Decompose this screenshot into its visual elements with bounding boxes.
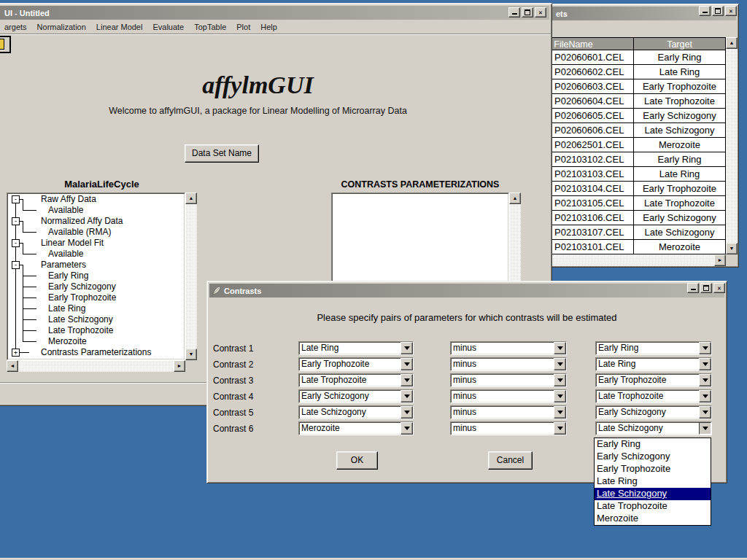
menu-help[interactable]: Help (255, 21, 282, 33)
menu-normalization[interactable]: Normalization (32, 21, 91, 33)
tree-item[interactable]: Contrasts Parameterizations (41, 347, 151, 357)
dropdown-arrow-icon (699, 358, 711, 370)
minimize-icon[interactable] (687, 283, 699, 293)
dropdown-option[interactable]: Late Ring (595, 475, 711, 488)
tree-item[interactable]: Late Schizogony (48, 314, 113, 324)
close-icon[interactable]: ✕ (725, 6, 737, 16)
tree-panel-title: MalariaLifeCycle (7, 179, 197, 190)
table-cell: Late Ring (634, 167, 726, 182)
contrast1-left-combobox[interactable]: Late Ring (298, 341, 414, 355)
tree-item[interactable]: Available (48, 205, 83, 215)
scroll-right-icon[interactable]: ► (174, 360, 185, 372)
tree-item[interactable]: Available (48, 249, 83, 259)
contrast5-left-combobox[interactable]: Late Schizogony (298, 405, 414, 419)
tree-item[interactable]: Available (RMA) (48, 227, 111, 237)
dialog-titlebar[interactable]: Contrasts (209, 284, 724, 298)
tree-item[interactable]: Late Ring (48, 303, 85, 314)
tree-item[interactable]: Early Schizogony (48, 281, 116, 292)
scroll-down-icon[interactable]: ▼ (726, 243, 738, 254)
dropdown-option[interactable]: Early Schizogony (595, 451, 711, 463)
welcome-text: Welcome to affylmGUI, a package for Line… (0, 106, 551, 116)
contrast-row-label: Contrast 5 (213, 408, 253, 418)
dropdown-option[interactable]: Early Trophozoite (595, 463, 711, 475)
tree-item[interactable]: Late Trophozoite (48, 325, 113, 335)
contrast3-op-combobox[interactable]: minus (450, 373, 567, 387)
dropdown-option[interactable]: Late Trophozoite (595, 500, 711, 513)
contrast-row-label: Contrast 6 (213, 424, 253, 434)
contrast4-left-combobox[interactable]: Early Schizogony (298, 389, 414, 403)
dialog-title: Contrasts (224, 287, 261, 295)
contrast1-op-combobox[interactable]: minus (450, 341, 567, 355)
dropdown-arrow-icon (400, 358, 413, 370)
contrast-row-label: Contrast 4 (213, 392, 253, 402)
main-titlebar[interactable]: UI - Untitled (0, 6, 549, 20)
tree-item[interactable]: Normalized Affy Data (41, 216, 123, 226)
column-header-target: Target (634, 37, 726, 50)
tree-item[interactable]: Merozoite (48, 336, 87, 346)
menu-linear-model[interactable]: Linear Model (91, 21, 148, 33)
ok-button[interactable]: OK (336, 451, 378, 470)
menu-plot[interactable]: Plot (231, 21, 255, 33)
dropdown-arrow-icon (699, 406, 711, 419)
dropdown-option-selected[interactable]: Late Schizogony (595, 488, 711, 500)
scroll-down-icon[interactable]: ▼ (185, 349, 197, 360)
scroll-left-icon[interactable]: ◄ (7, 360, 18, 372)
maximize-icon[interactable] (700, 283, 712, 293)
expand-minus-icon[interactable]: - (12, 261, 20, 269)
contrasts-panel-title: CONTRASTS PARAMETERIZATIONS (331, 179, 509, 190)
scroll-up-icon[interactable]: ▲ (509, 192, 521, 204)
contrast2-left-combobox[interactable]: Early Trophozoite (298, 357, 414, 371)
contrast4-right-combobox[interactable]: Late Trophozoite (595, 389, 712, 403)
contrast6-left-combobox[interactable]: Merozoite (298, 421, 414, 435)
scroll-up-icon[interactable]: ▲ (185, 192, 197, 204)
tree-vertical-scrollbar[interactable] (185, 192, 197, 360)
minimize-icon[interactable] (699, 6, 711, 16)
dropdown-option[interactable]: Merozoite (595, 513, 711, 525)
contrast3-left-combobox[interactable]: Late Trophozoite (298, 373, 414, 387)
expand-minus-icon[interactable]: - (12, 239, 20, 247)
cancel-button[interactable]: Cancel (488, 451, 533, 470)
maximize-icon[interactable] (522, 7, 533, 18)
dropdown-arrow-icon (400, 342, 413, 354)
tree-item[interactable]: Early Ring (48, 271, 88, 281)
contrast2-op-combobox[interactable]: minus (450, 357, 567, 371)
tree-item[interactable]: Linear Model Fit (41, 238, 104, 248)
dropdown-arrow-icon (554, 342, 566, 354)
contrast4-op-combobox[interactable]: minus (450, 389, 567, 403)
dataset-name-button[interactable]: Data Set Name (185, 144, 259, 163)
contrast6-right-combobox[interactable]: Late Schizogony (595, 421, 712, 435)
expand-minus-icon[interactable]: - (12, 217, 20, 225)
close-icon[interactable]: ✕ (535, 7, 546, 18)
menu-evaluate[interactable]: Evaluate (147, 21, 189, 33)
menu-targets[interactable]: argets (0, 21, 32, 33)
dropdown-arrow-icon (400, 406, 413, 419)
expand-plus-icon[interactable]: + (12, 349, 20, 357)
contrast5-right-combobox[interactable]: Early Schizogony (595, 405, 712, 419)
dropdown-arrow-icon (699, 422, 711, 435)
contrast1-right-combobox[interactable]: Early Ring (595, 341, 712, 355)
contrast3-right-combobox[interactable]: Early Trophozoite (595, 373, 712, 387)
scroll-up-icon[interactable]: ▲ (726, 37, 738, 49)
contrast6-op-combobox[interactable]: minus (450, 421, 567, 435)
menu-toptable[interactable]: TopTable (189, 21, 231, 33)
tree-item[interactable]: Parameters (41, 260, 86, 270)
table-cell: Late Schizogony (634, 225, 726, 240)
dropdown-arrow-icon (554, 406, 566, 419)
targets-vertical-scrollbar[interactable] (726, 37, 738, 254)
contrast5-op-combobox[interactable]: minus (450, 405, 567, 419)
dropdown-option[interactable]: Early Ring (595, 438, 711, 451)
minimize-icon[interactable] (508, 7, 520, 18)
expand-minus-icon[interactable]: - (12, 195, 20, 203)
tree-item[interactable]: Raw Affy Data (41, 194, 96, 204)
tree-horizontal-scrollbar[interactable] (7, 360, 185, 372)
dropdown-arrow-icon (554, 422, 566, 435)
tree-item[interactable]: Early Trophozoite (48, 292, 116, 303)
close-icon[interactable]: ✕ (713, 283, 725, 293)
toolbar-doc-icon[interactable] (0, 36, 11, 53)
desktop: { "colors": { "desktop": "#3a6ea5", "win… (0, 0, 747, 560)
maximize-icon[interactable] (712, 6, 724, 16)
contrast2-right-combobox[interactable]: Late Ring (595, 357, 712, 371)
dropdown-arrow-icon (699, 342, 711, 354)
table-cell: Late Trophozoite (634, 196, 726, 211)
scroll-right-icon[interactable]: ► (714, 254, 726, 266)
